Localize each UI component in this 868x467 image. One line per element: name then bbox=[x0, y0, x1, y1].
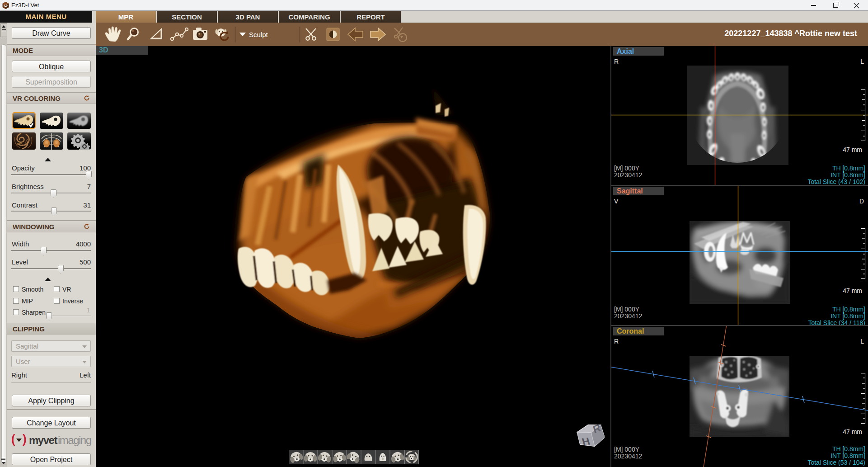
svg-text:Sculpt: Sculpt bbox=[249, 31, 268, 38]
svg-text:imaging: imaging bbox=[58, 434, 91, 446]
svg-text:myvet: myvet bbox=[29, 434, 57, 446]
